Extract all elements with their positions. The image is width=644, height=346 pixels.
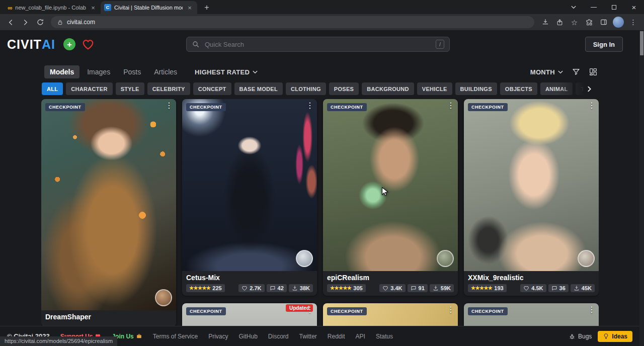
reload-button[interactable]	[33, 16, 47, 29]
support-heart-icon[interactable]	[82, 38, 95, 51]
tab-articles[interactable]: Articles	[148, 65, 183, 78]
browser-menu-kebab-icon[interactable]: ⋮	[626, 16, 640, 29]
tab-close-icon[interactable]: ×	[186, 4, 194, 12]
back-button[interactable]	[4, 16, 18, 29]
filter-funnel-icon[interactable]	[572, 67, 581, 76]
comments-stat[interactable]: 36	[548, 284, 569, 292]
scrollbar-thumb[interactable]	[640, 31, 643, 55]
downloads-stat[interactable]: 59K	[430, 284, 454, 292]
bookmark-star-icon[interactable]: ☆	[568, 16, 581, 29]
card-menu-kebab-icon[interactable]: ⋮	[587, 101, 597, 110]
chip-character[interactable]: CHARACTER	[66, 82, 112, 95]
tab-colab[interactable]: ∞ new_colab_file.ipynb - Colaborat ×	[4, 1, 101, 14]
footer-link-discord[interactable]: Discord	[268, 333, 289, 340]
model-card-dreamshaper[interactable]: CHECKPOINT ⋮ DreamShaper	[41, 99, 176, 327]
new-tab-button[interactable]: +	[200, 1, 213, 14]
tab-close-icon[interactable]: ×	[89, 4, 97, 12]
forward-button[interactable]	[19, 16, 32, 29]
tab-posts[interactable]: Posts	[118, 65, 146, 78]
create-plus-button[interactable]: +	[63, 38, 75, 50]
quick-search[interactable]: /	[186, 37, 450, 52]
search-input[interactable]	[204, 40, 432, 49]
likes-stat[interactable]: 4.5K	[520, 284, 546, 292]
creator-avatar[interactable]	[155, 289, 172, 306]
card-menu-kebab-icon[interactable]: ⋮	[446, 101, 456, 110]
period-dropdown[interactable]: MONTH	[530, 68, 564, 76]
footer-link-reddit[interactable]: Reddit	[328, 333, 345, 340]
profile-avatar[interactable]	[613, 17, 624, 28]
side-panel-icon[interactable]	[597, 16, 610, 29]
creator-avatar[interactable]	[437, 250, 454, 267]
chip-celebrity[interactable]: CELEBRITY	[147, 82, 190, 95]
model-card-cetus-mix[interactable]: CHECKPOINT ⋮ Cetus-Mix ★★★★★ 225	[182, 99, 317, 296]
footer-link-github[interactable]: GitHub	[238, 333, 257, 340]
civitai-logo[interactable]: CIVITAI	[7, 37, 55, 52]
comments-count: 91	[419, 285, 425, 291]
tab-title: Civitai | Stable Diffusion models,	[114, 5, 183, 11]
comments-stat[interactable]: 42	[267, 284, 287, 292]
card-menu-kebab-icon[interactable]: ⋮	[446, 305, 456, 314]
bugs-button[interactable]: Bugs	[569, 333, 592, 340]
downloads-count: 59K	[441, 285, 451, 291]
creator-avatar[interactable]	[296, 250, 313, 267]
chip-poses[interactable]: POSES	[329, 82, 359, 95]
comments-stat[interactable]: 91	[408, 284, 428, 292]
chips-scroll-right-button[interactable]	[584, 83, 595, 95]
footer-link-status[interactable]: Status	[376, 333, 393, 340]
footer-link-api[interactable]: API	[356, 333, 365, 340]
star-rating-icons: ★★★★★	[471, 286, 492, 291]
tab-civitai[interactable]: C Civitai | Stable Diffusion models, ×	[101, 1, 197, 14]
sort-label: HIGHEST RATED	[195, 68, 250, 76]
footer-right-group: Bugs Ideas	[569, 331, 632, 342]
share-icon[interactable]	[553, 16, 567, 29]
sort-dropdown[interactable]: HIGHEST RATED	[195, 68, 258, 76]
ideas-label: Ideas	[612, 333, 627, 340]
footer-link-privacy[interactable]: Privacy	[208, 333, 228, 340]
ideas-button[interactable]: Ideas	[598, 331, 632, 342]
creator-avatar[interactable]	[578, 250, 595, 267]
card-menu-kebab-icon[interactable]: ⋮	[305, 305, 315, 314]
layout-masonry-icon[interactable]	[589, 67, 598, 76]
model-card-epicrealism[interactable]: CHECKPOINT ⋮ epiCRealism ★★★★★ 305	[323, 99, 458, 296]
likes-count: 4.5K	[531, 285, 543, 291]
model-card-xxmix-9realistic[interactable]: CHECKPOINT ⋮ XXMix_9realistic ★★★★★ 193	[464, 99, 599, 296]
chip-all[interactable]: ALL	[42, 82, 63, 95]
tab-models[interactable]: Models	[44, 65, 79, 78]
chip-vehicle[interactable]: VEHICLE	[417, 82, 452, 95]
window-minimize-button[interactable]: —	[584, 0, 604, 14]
extensions-puzzle-icon[interactable]	[582, 16, 596, 29]
page-scrollbar[interactable]	[639, 30, 644, 346]
rating-stat[interactable]: ★★★★★ 225	[186, 284, 225, 292]
rating-count: 225	[212, 285, 221, 291]
tab-search-chevron-icon[interactable]	[564, 0, 584, 14]
downloads-stat[interactable]: 38K	[289, 284, 313, 292]
rating-stat[interactable]: ★★★★★ 193	[468, 284, 507, 292]
search-shortcut-hint: /	[436, 40, 444, 49]
window-maximize-button[interactable]	[604, 0, 624, 14]
card-menu-kebab-icon[interactable]: ⋮	[164, 101, 174, 110]
chip-base-model[interactable]: BASE MODEL	[234, 82, 283, 95]
chip-buildings[interactable]: BUILDINGS	[455, 82, 497, 95]
chip-background[interactable]: BACKGROUND	[362, 82, 414, 95]
logo-ai-text: AI	[42, 37, 55, 52]
footer-link-twitter[interactable]: Twitter	[299, 333, 317, 340]
card-stats: ★★★★★ 193 4.5K 36	[468, 284, 595, 292]
sign-in-button[interactable]: Sign In	[585, 37, 623, 52]
tab-images[interactable]: Images	[82, 65, 116, 78]
chip-clothing[interactable]: CLOTHING	[286, 82, 326, 95]
downloads-icon[interactable]	[538, 16, 552, 29]
address-bar[interactable]: civitai.com	[51, 16, 534, 28]
footer-link-terms[interactable]: Terms of Service	[153, 333, 198, 340]
downloads-stat[interactable]: 45K	[571, 284, 595, 292]
card-menu-kebab-icon[interactable]: ⋮	[305, 101, 315, 110]
likes-stat[interactable]: 2.7K	[238, 284, 264, 292]
card-menu-kebab-icon[interactable]: ⋮	[587, 305, 597, 314]
likes-stat[interactable]: 3.4K	[379, 284, 405, 292]
card-stats: ★★★★★ 305 3.4K 91	[327, 284, 454, 292]
chip-objects[interactable]: OBJECTS	[500, 82, 537, 95]
window-close-button[interactable]: ×	[624, 0, 644, 14]
chip-concept[interactable]: CONCEPT	[193, 82, 231, 95]
chip-style[interactable]: STYLE	[116, 82, 144, 95]
rating-stat[interactable]: ★★★★★ 305	[327, 284, 366, 292]
browser-toolbar: civitai.com ☆ ⋮	[0, 14, 644, 30]
